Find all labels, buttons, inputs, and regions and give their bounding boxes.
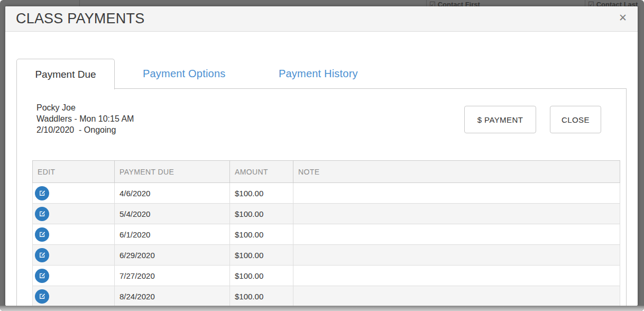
- note-cell: [293, 286, 620, 306]
- close-button[interactable]: CLOSE: [550, 106, 601, 133]
- table-header-row: EDIT PAYMENT DUE AMOUNT NOTE: [33, 161, 620, 183]
- note-cell: [293, 204, 620, 224]
- edit-cell: [33, 245, 115, 266]
- bottom-shadow: [0, 306, 644, 311]
- tab-payment-options[interactable]: Payment Options: [143, 59, 225, 89]
- close-icon[interactable]: ✕: [619, 13, 627, 23]
- edit-pencil-icon: [39, 292, 46, 300]
- edit-pencil-icon: [39, 251, 46, 259]
- background-divider: [79, 0, 80, 6]
- edit-row-button[interactable]: [35, 289, 49, 304]
- screen: ☑Contact First ☑Contact Last CLASS PAYME…: [0, 0, 644, 311]
- note-cell: [293, 224, 620, 245]
- payment-due-cell: 5/4/2020: [115, 204, 230, 224]
- amount-cell: $100.00: [230, 245, 293, 266]
- payment-due-panel: Pocky Joe Waddlers - Mon 10:15 AM 2/10/2…: [16, 88, 627, 306]
- table-row: 8/24/2020$100.00: [33, 286, 620, 306]
- note-cell: [293, 183, 620, 204]
- background-column-label: Contact First: [438, 1, 480, 6]
- edit-row-button[interactable]: [35, 227, 49, 242]
- payments-table: EDIT PAYMENT DUE AMOUNT NOTE 4/6/2020$10…: [32, 160, 620, 306]
- background-column-contact-first: ☑Contact First: [429, 1, 480, 6]
- modal-header: CLASS PAYMENTS ✕: [5, 6, 638, 32]
- note-cell: [293, 245, 620, 266]
- edit-pencil-icon: [39, 231, 46, 238]
- edit-cell: [33, 266, 115, 286]
- background-column-contact-last: ☑Contact Last: [588, 1, 638, 6]
- tab-payment-due[interactable]: Payment Due: [16, 59, 115, 89]
- class-payments-modal: CLASS PAYMENTS ✕ Payment Due Payment Opt…: [5, 6, 638, 306]
- edit-cell: [33, 224, 115, 245]
- edit-row-button[interactable]: [35, 248, 49, 262]
- amount-cell: $100.00: [230, 204, 293, 224]
- note-cell: [293, 266, 620, 286]
- edit-row-button[interactable]: [35, 207, 49, 221]
- column-header-amount: AMOUNT: [230, 161, 293, 183]
- checkbox-icon: ☑: [429, 1, 436, 6]
- class-schedule: Waddlers - Mon 10:15 AM: [36, 113, 134, 124]
- checkbox-icon: ☑: [588, 1, 594, 6]
- table-row: 6/29/2020$100.00: [33, 245, 620, 266]
- payment-due-cell: 4/6/2020: [115, 183, 230, 204]
- payment-due-cell: 7/27/2020: [115, 266, 230, 286]
- modal-title: CLASS PAYMENTS: [16, 11, 144, 27]
- enrollment-date-range: 2/10/2020 - Ongoing: [36, 124, 134, 135]
- amount-cell: $100.00: [230, 224, 293, 245]
- tab-payment-history[interactable]: Payment History: [279, 59, 358, 89]
- table-row: 5/4/2020$100.00: [33, 204, 620, 224]
- edit-row-button[interactable]: [35, 269, 49, 283]
- payments-table-body: 4/6/2020$100.005/4/2020$100.006/1/2020$1…: [33, 183, 620, 306]
- background-column-label: Contact Last: [596, 1, 638, 6]
- amount-cell: $100.00: [230, 266, 293, 286]
- table-row: 6/1/2020$100.00: [33, 224, 620, 245]
- background-divider: [426, 0, 427, 6]
- table-row: 4/6/2020$100.00: [33, 183, 620, 204]
- edit-cell: [33, 286, 115, 306]
- payment-due-cell: 6/1/2020: [115, 224, 230, 245]
- column-header-payment-due: PAYMENT DUE: [115, 161, 230, 183]
- amount-cell: $100.00: [230, 286, 293, 306]
- edit-cell: [33, 183, 115, 204]
- student-name: Pocky Joe: [36, 102, 134, 113]
- amount-cell: $100.00: [230, 183, 293, 204]
- table-row: 7/27/2020$100.00: [33, 266, 620, 286]
- edit-pencil-icon: [39, 272, 46, 279]
- payment-button[interactable]: $ PAYMENT: [464, 106, 536, 133]
- modal-body: Payment Due Payment Options Payment Hist…: [5, 32, 638, 305]
- enrollment-info: Pocky Joe Waddlers - Mon 10:15 AM 2/10/2…: [36, 102, 134, 135]
- payment-due-cell: 8/24/2020: [115, 286, 230, 306]
- edit-pencil-icon: [39, 210, 46, 217]
- payment-due-cell: 6/29/2020: [115, 245, 230, 266]
- column-header-note: NOTE: [293, 161, 620, 183]
- edit-pencil-icon: [39, 189, 46, 197]
- column-header-edit: EDIT: [33, 161, 115, 183]
- edit-cell: [33, 204, 115, 224]
- edit-row-button[interactable]: [35, 186, 49, 200]
- dimmed-background: ☑Contact First ☑Contact Last: [0, 0, 644, 6]
- background-divider: [585, 0, 585, 6]
